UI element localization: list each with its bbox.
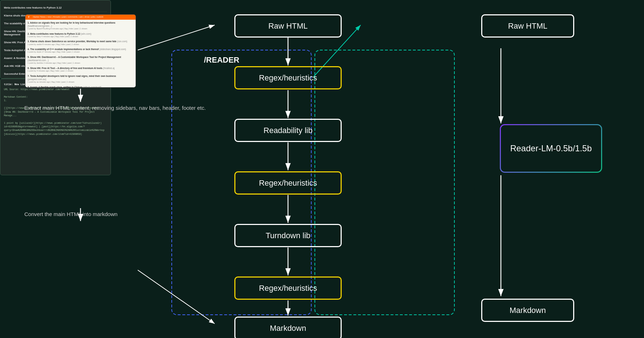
hn-item: 5. Show HN: Dashboarrrd – A Customizable… [28, 55, 133, 65]
markdown-card: title: New Links | Hacker News URL Sourc… [0, 79, 111, 175]
hn-item: 2. Meta contributes new features to Pyth… [28, 32, 133, 38]
markdown-right-box: Markdown [481, 299, 574, 322]
markdown-content: URL Source: https://news.ycombinator.com… [4, 88, 107, 136]
regex2-box: Regex/heuristics [234, 171, 342, 195]
hn-item: 6. Show HN: Free AI Tool – A directory o… [28, 67, 133, 73]
hn-item: 7. Tesla Autopilot developers told to ig… [28, 74, 133, 84]
turndown-box: Turndown lib [234, 224, 342, 247]
hn-item: 8. Asami: A flexible graph store, writte… [28, 85, 133, 88]
hn-nav: Hacker News | new | threads | past | com… [33, 15, 103, 19]
hn-header: Y Hacker News | new | threads | past | c… [25, 15, 136, 20]
reader-lm-wrapper: Reader-LM-0.5b/1.5b [500, 124, 602, 173]
hn-item: 1. Advice on signals they are looking fo… [28, 21, 133, 30]
raw-html-center-box: Raw HTML [234, 14, 342, 38]
svg-line-17 [138, 270, 215, 324]
annotation-convert: Convert the main HTML into markdown [24, 210, 117, 219]
svg-line-5 [138, 25, 215, 50]
readability-box: Readability lib [234, 119, 342, 142]
regex3-box: Regex/heuristics [234, 276, 342, 300]
annotation-extract: Extract main HTML content, removing side… [24, 104, 206, 112]
hn-item: 4. The scalability of C++ module impleme… [28, 48, 133, 54]
hn-logo: Y [27, 15, 31, 19]
reader-lm-box: Reader-LM-0.5b/1.5b [501, 125, 601, 172]
regex1-box: Regex/heuristics [234, 66, 342, 89]
raw-html-right-box: Raw HTML [481, 14, 574, 38]
hn-item: 3. Klarna shuts down Salesforce as servi… [28, 40, 133, 46]
list-item: Meta contributes new features to Python … [4, 4, 107, 12]
reader-label: /READER [204, 55, 239, 65]
hacker-news-card: Y Hacker News | new | threads | past | c… [25, 14, 136, 88]
hn-body: 1. Advice on signals they are looking fo… [25, 20, 136, 88]
markdown-center-box: Markdown [234, 317, 342, 338]
